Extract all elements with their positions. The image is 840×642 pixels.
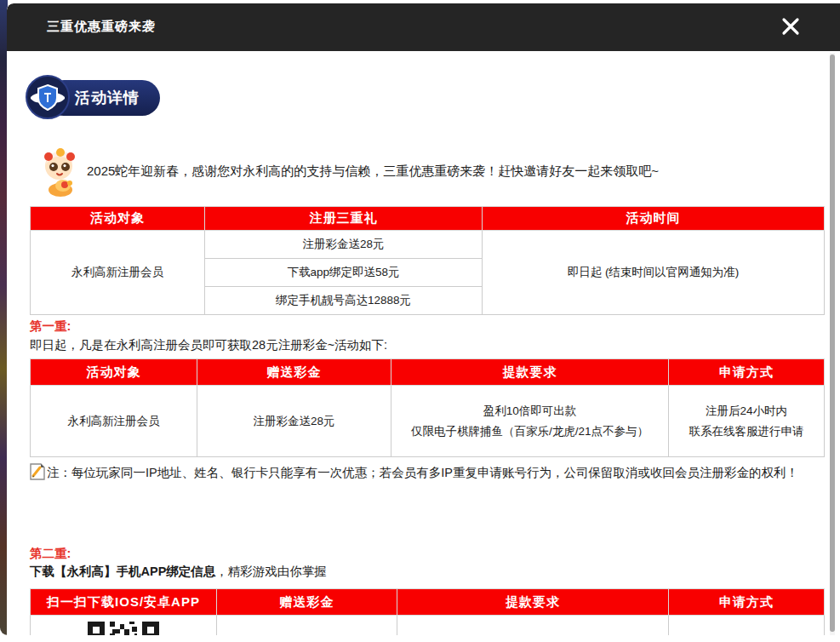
intro-text: 2025蛇年迎新春，感谢您对永利高的的支持与信赖，三重优惠重磅来袭！赶快邀请好友… <box>87 163 659 180</box>
activity-details-badge: 活动详情 <box>26 75 162 119</box>
s2-withdraw-cell <box>397 616 669 636</box>
overview-gift-3: 绑定手机靓号高达12888元 <box>205 287 483 315</box>
snake-mascot-icon <box>37 146 83 197</box>
s1-header-withdraw: 提款要求 <box>391 359 669 386</box>
s1-withdraw-cell: 盈利10倍即可出款 仅限电子棋牌捕鱼（百家乐/龙虎/21点不参与） <box>391 386 669 457</box>
overview-header-time: 活动时间 <box>483 207 825 231</box>
modal-title: 三重优惠重磅来袭 <box>47 19 156 35</box>
overview-header-gifts: 注册三重礼 <box>205 207 483 231</box>
section2-table: 扫一扫下载IOS/安卓APP 赠送彩金 提款要求 申请方式 <box>30 588 825 635</box>
shield-logo-icon <box>26 75 70 119</box>
modal-titlebar: 三重优惠重磅来袭 <box>7 3 840 51</box>
overview-header-target: 活动对象 <box>31 207 205 231</box>
section2-desc-bold: 下载【永利高】手机APP绑定信息 <box>30 565 215 578</box>
app-download-qr-code <box>88 622 159 635</box>
s1-header-target: 活动对象 <box>31 359 197 386</box>
s2-header-scan: 扫一扫下载IOS/安卓APP <box>31 589 217 616</box>
section1-desc: 即日起，凡是在永利高注册会员即可获取28元注册彩金~活动如下: <box>30 337 387 353</box>
modal-scrollbar-thumb[interactable] <box>830 54 835 632</box>
modal-scrollbar-track[interactable] <box>830 53 835 635</box>
overview-gift-2: 下载app绑定即送58元 <box>205 259 483 287</box>
s2-header-withdraw: 提款要求 <box>397 589 669 616</box>
section1-title: 第一重: <box>30 318 71 335</box>
intro-row: 2025蛇年迎新春，感谢您对永利高的的支持与信赖，三重优惠重磅来袭！赶快邀请好友… <box>37 145 812 198</box>
s2-header-apply: 申请方式 <box>669 589 825 616</box>
section1-table: 活动对象 赠送彩金 提款要求 申请方式 永利高新注册会员 注册彩金送28元 盈利… <box>30 358 825 457</box>
s2-qr-cell <box>31 616 217 636</box>
s1-apply-cell: 注册后24小时内 联系在线客服进行申请 <box>669 386 825 457</box>
section1-note: 注：每位玩家同一IP地址、姓名、银行卡只能享有一次优惠；若会员有多IP重复申请账… <box>30 461 817 488</box>
s1-apply-line1: 注册后24小时内 <box>672 401 820 421</box>
note-text: 注：每位玩家同一IP地址、姓名、银行卡只能享有一次优惠；若会员有多IP重复申请账… <box>47 466 798 479</box>
promo-modal-page: 三重优惠重磅来袭 活动详情 <box>0 0 840 642</box>
overview-member-cell: 永利高新注册会员 <box>31 231 205 315</box>
memo-icon <box>30 463 45 488</box>
s1-apply-line2: 联系在线客服进行申请 <box>672 421 820 442</box>
s2-header-bonus: 赠送彩金 <box>217 589 397 616</box>
badge-label: 活动详情 <box>75 88 140 108</box>
section2-desc: 下载【永利高】手机APP绑定信息，精彩游戏由你掌握 <box>30 564 327 580</box>
section2-desc-rest: ，精彩游戏由你掌握 <box>215 565 327 578</box>
s1-header-bonus: 赠送彩金 <box>197 359 391 386</box>
s1-bonus-cell: 注册彩金送28元 <box>197 386 391 457</box>
overview-gift-1: 注册彩金送28元 <box>205 231 483 259</box>
overview-table: 活动对象 注册三重礼 活动时间 永利高新注册会员 注册彩金送28元 即日起 (结… <box>30 206 825 315</box>
s1-withdraw-line2: 仅限电子棋牌捕鱼（百家乐/龙虎/21点不参与） <box>395 421 665 442</box>
overview-time-cell: 即日起 (结束时间以官网通知为准) <box>483 231 825 315</box>
s2-bonus-cell <box>217 616 397 636</box>
s2-apply-cell <box>669 616 825 636</box>
close-icon[interactable] <box>780 16 801 37</box>
promo-modal: 三重优惠重磅来袭 活动详情 <box>7 3 840 635</box>
s1-member-cell: 永利高新注册会员 <box>31 386 197 457</box>
section2-title: 第二重: <box>30 546 71 562</box>
s1-header-apply: 申请方式 <box>669 359 825 386</box>
s1-withdraw-line1: 盈利10倍即可出款 <box>395 401 665 421</box>
